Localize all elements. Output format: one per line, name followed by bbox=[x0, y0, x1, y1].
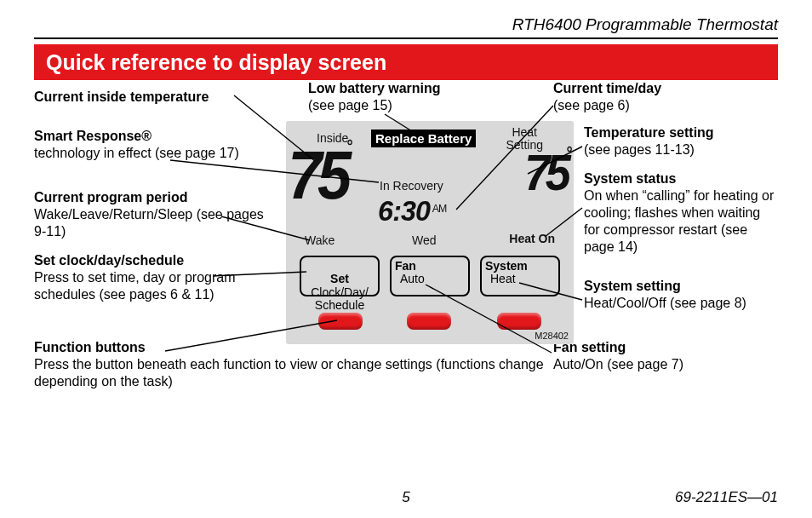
footer: 5 69-2211ES—01 bbox=[0, 489, 812, 506]
lcd-display: Inside Replace Battery Heat Setting 75° … bbox=[286, 121, 574, 344]
label: Current program period bbox=[34, 189, 264, 206]
v: Heat bbox=[485, 273, 555, 285]
label: Temperature setting bbox=[584, 124, 714, 141]
function-button-3[interactable] bbox=[497, 313, 541, 330]
desc: On when “calling” for heating or cooling… bbox=[584, 188, 774, 254]
b: System bbox=[485, 259, 528, 273]
label: System setting bbox=[584, 278, 746, 295]
function-button-1[interactable] bbox=[318, 313, 363, 330]
lcd-current-temp: 75° bbox=[288, 136, 352, 215]
page-number: 5 bbox=[402, 489, 409, 506]
desc: Auto/On (see page 7) bbox=[553, 357, 683, 371]
callout-inside-temp: Current inside temperature bbox=[34, 89, 209, 106]
lcd-in-recovery: In Recovery bbox=[380, 179, 443, 193]
time-val: 6:30 bbox=[378, 194, 430, 227]
lcd-btn-fan: Fan Auto bbox=[390, 256, 470, 296]
lcd-btn-set: Set Clock/Day/ Schedule bbox=[300, 256, 380, 296]
desc: Heat/Cool/Off (see page 8) bbox=[584, 296, 746, 310]
lcd-model-code: M28402 bbox=[535, 331, 569, 341]
desc: (see page 15) bbox=[308, 98, 392, 112]
callout-current-time: Current time/day (see page 6) bbox=[553, 80, 661, 114]
lcd-heat-on: Heat On bbox=[509, 232, 555, 245]
label: Set clock/day/schedule bbox=[34, 252, 247, 269]
lcd-btn-system: System Heat bbox=[480, 256, 560, 296]
label: Smart Response® bbox=[34, 128, 239, 145]
desc: Press to set time, day or program schedu… bbox=[34, 270, 236, 302]
ampm: AM bbox=[432, 202, 447, 215]
desc: technology in effect (see page 17) bbox=[34, 146, 239, 160]
val: 75 bbox=[524, 144, 566, 201]
doc-number: 69-2211ES—01 bbox=[675, 489, 778, 506]
callout-function-buttons: Function buttons Press the button beneat… bbox=[34, 339, 545, 390]
callout-system-status: System status On when “calling” for heat… bbox=[584, 170, 778, 256]
lcd-day: Wed bbox=[412, 233, 437, 247]
val: 75 bbox=[288, 137, 346, 213]
b: Set bbox=[330, 272, 349, 285]
callout-fan-setting: Fan setting Auto/On (see page 7) bbox=[553, 339, 683, 373]
rest: Clock/Day/ Schedule bbox=[311, 285, 369, 312]
b: Fan bbox=[395, 259, 416, 273]
callout-temp-setting: Temperature setting (see pages 11-13) bbox=[584, 124, 714, 158]
desc: Wake/Leave/Return/Sleep (see pages 9-11) bbox=[34, 207, 264, 239]
lcd-replace-battery: Replace Battery bbox=[371, 130, 476, 147]
function-button-2[interactable] bbox=[407, 313, 451, 330]
product-title: RTH6400 Programmable Thermostat bbox=[34, 15, 778, 39]
lcd-set-temp: 75° bbox=[524, 143, 572, 202]
desc: Press the button beneath each function t… bbox=[34, 357, 544, 388]
callout-program-period: Current program period Wake/Leave/Return… bbox=[34, 189, 264, 240]
desc: (see page 6) bbox=[553, 98, 630, 112]
v: Auto bbox=[395, 273, 465, 285]
label: System status bbox=[584, 170, 778, 187]
desc: (see pages 11-13) bbox=[584, 142, 695, 157]
callout-smart-response: Smart Response® technology in effect (se… bbox=[34, 128, 239, 162]
lcd-time: 6:30AM bbox=[378, 194, 446, 227]
label: Current inside temperature bbox=[34, 89, 209, 106]
callout-set-clock: Set clock/day/schedule Press to set time… bbox=[34, 252, 247, 303]
callout-low-battery: Low battery warning (see page 15) bbox=[308, 80, 441, 114]
label: Low battery warning bbox=[308, 80, 441, 97]
page-heading: Quick reference to display screen bbox=[34, 44, 778, 80]
deg-symbol: ° bbox=[347, 136, 353, 155]
deg-symbol: ° bbox=[567, 143, 573, 162]
label: Current time/day bbox=[553, 80, 661, 97]
callout-system-setting: System setting Heat/Cool/Off (see page 8… bbox=[584, 278, 746, 312]
lcd-period: Wake bbox=[305, 233, 335, 247]
